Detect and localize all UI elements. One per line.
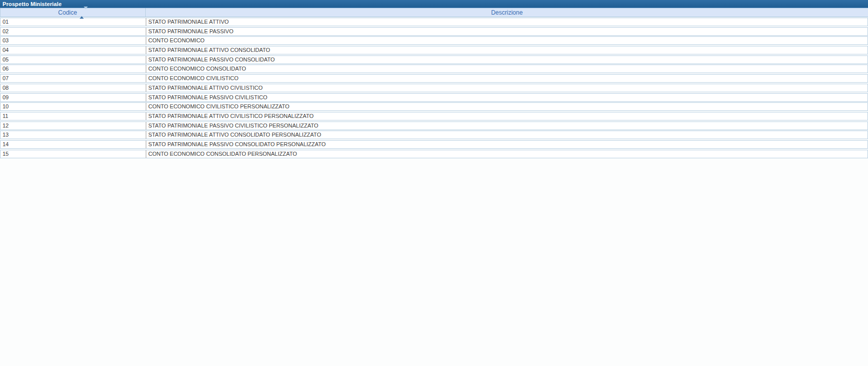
table-row[interactable]: 04 STATO PATRIMONIALE ATTIVO CONSOLIDATO xyxy=(0,46,868,54)
table-row[interactable]: 14 STATO PATRIMONIALE PASSIVO CONSOLIDAT… xyxy=(0,140,868,149)
sort-ascending-icon xyxy=(80,9,88,16)
column-header-codice-label: Codice xyxy=(58,9,77,16)
panel-title: Prospetto Ministeriale xyxy=(3,0,62,8)
column-header-descrizione-label: Descrizione xyxy=(491,9,523,16)
cell-descrizione: CONTO ECONOMICO xyxy=(146,37,867,44)
cell-codice: 11 xyxy=(1,112,146,120)
table-row[interactable]: 12 STATO PATRIMONIALE PASSIVO CIVILISTIC… xyxy=(0,121,868,130)
cell-descrizione: STATO PATRIMONIALE ATTIVO CIVILISTICO PE… xyxy=(146,112,867,120)
table-row[interactable]: 09 STATO PATRIMONIALE PASSIVO CIVILISTIC… xyxy=(0,93,868,102)
cell-codice: 03 xyxy=(1,37,146,44)
grid-header-row: Codice Descrizione xyxy=(0,8,868,17)
cell-codice: 04 xyxy=(1,46,146,54)
cell-descrizione: STATO PATRIMONIALE ATTIVO CIVILISTICO xyxy=(146,84,867,92)
table-row[interactable]: 03 CONTO ECONOMICO xyxy=(0,36,868,45)
cell-codice: 12 xyxy=(1,122,146,130)
table-row[interactable]: 01 STATO PATRIMONIALE ATTIVO xyxy=(0,18,868,26)
cell-codice: 13 xyxy=(1,131,146,139)
cell-descrizione: CONTO ECONOMICO CONSOLIDATO PERSONALIZZA… xyxy=(146,150,867,158)
table-row[interactable]: 13 STATO PATRIMONIALE ATTIVO CONSOLIDATO… xyxy=(0,131,868,139)
cell-codice: 01 xyxy=(1,18,146,26)
cell-codice: 05 xyxy=(1,56,146,64)
cell-codice: 09 xyxy=(1,94,146,101)
cell-codice: 10 xyxy=(1,103,146,110)
table-row[interactable]: 08 STATO PATRIMONIALE ATTIVO CIVILISTICO xyxy=(0,84,868,92)
column-header-descrizione[interactable]: Descrizione xyxy=(146,8,868,17)
table-row[interactable]: 15 CONTO ECONOMICO CONSOLIDATO PERSONALI… xyxy=(0,150,868,158)
table-row[interactable]: 07 CONTO ECONOMICO CIVILISTICO xyxy=(0,74,868,83)
cell-descrizione: STATO PATRIMONIALE PASSIVO CIVILISTICO xyxy=(146,94,867,101)
cell-descrizione: CONTO ECONOMICO CIVILISTICO xyxy=(146,75,867,82)
arrow-down-icon xyxy=(84,7,88,16)
cell-descrizione: STATO PATRIMONIALE ATTIVO CONSOLIDATO PE… xyxy=(146,131,867,139)
cell-descrizione: STATO PATRIMONIALE PASSIVO xyxy=(146,28,867,35)
table-row[interactable]: 11 STATO PATRIMONIALE ATTIVO CIVILISTICO… xyxy=(0,112,868,120)
panel-titlebar: Prospetto Ministeriale xyxy=(0,0,868,8)
cell-codice: 14 xyxy=(1,141,146,148)
cell-codice: 02 xyxy=(1,28,146,35)
table-row[interactable]: 10 CONTO ECONOMICO CIVILISTICO PERSONALI… xyxy=(0,102,868,111)
cell-codice: 08 xyxy=(1,84,146,92)
arrow-up-icon xyxy=(80,9,84,19)
grid-body: 01 STATO PATRIMONIALE ATTIVO 02 STATO PA… xyxy=(0,18,868,158)
cell-descrizione: CONTO ECONOMICO CONSOLIDATO xyxy=(146,65,867,73)
cell-descrizione: STATO PATRIMONIALE PASSIVO CONSOLIDATO P… xyxy=(146,141,867,148)
cell-descrizione: STATO PATRIMONIALE ATTIVO xyxy=(146,18,867,26)
cell-descrizione: STATO PATRIMONIALE ATTIVO CONSOLIDATO xyxy=(146,46,867,54)
cell-codice: 06 xyxy=(1,65,146,73)
table-row[interactable]: 05 STATO PATRIMONIALE PASSIVO CONSOLIDAT… xyxy=(0,55,868,64)
cell-codice: 07 xyxy=(1,75,146,82)
table-row[interactable]: 06 CONTO ECONOMICO CONSOLIDATO xyxy=(0,65,868,73)
table-row[interactable]: 02 STATO PATRIMONIALE PASSIVO xyxy=(0,27,868,36)
cell-descrizione: STATO PATRIMONIALE PASSIVO CONSOLIDATO xyxy=(146,56,867,64)
cell-descrizione: STATO PATRIMONIALE PASSIVO CIVILISTICO P… xyxy=(146,122,867,130)
cell-descrizione: CONTO ECONOMICO CIVILISTICO PERSONALIZZA… xyxy=(146,103,867,110)
column-header-codice[interactable]: Codice xyxy=(1,8,146,17)
cell-codice: 15 xyxy=(1,150,146,158)
